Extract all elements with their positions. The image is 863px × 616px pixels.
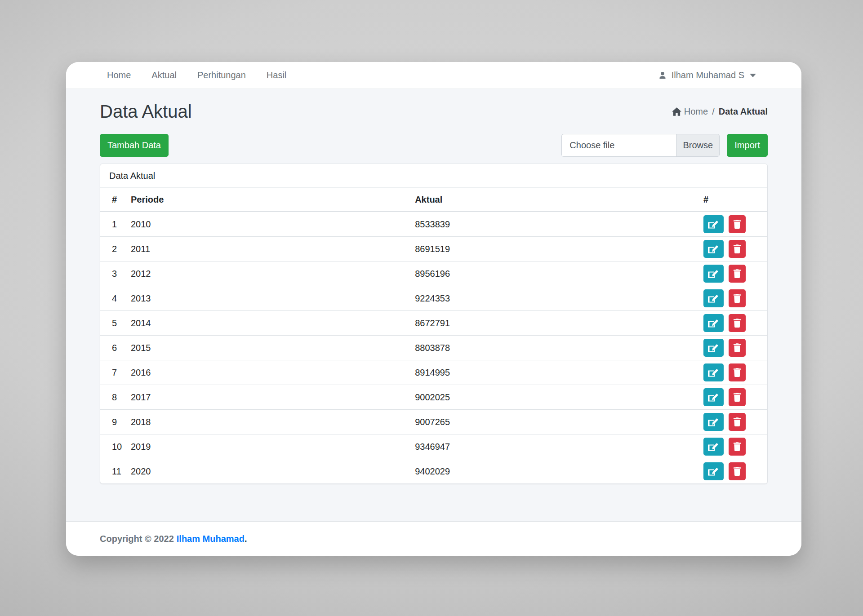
cell-actions [700, 410, 767, 434]
delete-button[interactable] [729, 413, 746, 431]
footer-author-link[interactable]: Ilham Muhamad [177, 534, 245, 544]
cell-actions [700, 212, 767, 237]
nav-item-hasil[interactable]: Hasil [256, 62, 297, 89]
cell-aktual: 8672791 [411, 311, 700, 336]
cell-aktual: 8914995 [411, 360, 700, 385]
edit-icon [708, 294, 719, 303]
delete-button[interactable] [729, 462, 746, 480]
col-header-no: # [100, 188, 127, 212]
delete-button[interactable] [729, 314, 746, 332]
card-title: Data Aktual [100, 164, 767, 188]
file-input-group: Choose file Browse [561, 134, 720, 157]
breadcrumb-divider: / [712, 106, 715, 117]
delete-button[interactable] [729, 363, 746, 381]
cell-actions [700, 261, 767, 286]
edit-button[interactable] [703, 314, 724, 332]
cell-periode: 2016 [127, 360, 411, 385]
cell-no: 10 [100, 434, 127, 459]
cell-actions [700, 360, 767, 385]
edit-icon [708, 393, 719, 402]
cell-periode: 2020 [127, 459, 411, 484]
edit-button[interactable] [703, 388, 724, 406]
home-icon [672, 107, 681, 116]
cell-aktual: 8803878 [411, 336, 700, 360]
breadcrumb: Home / Data Aktual [672, 106, 768, 117]
table-body: 1 2010 8533839 2 201 [100, 212, 767, 483]
cell-aktual: 9346947 [411, 434, 700, 459]
table-row: 6 2015 8803878 [100, 336, 767, 360]
nav-item-perhitungan[interactable]: Perhitungan [187, 62, 256, 89]
delete-button[interactable] [729, 438, 746, 456]
breadcrumb-home-label: Home [684, 106, 708, 117]
col-header-aktual: Aktual [411, 188, 700, 212]
cell-aktual: 8533839 [411, 212, 700, 237]
page-title: Data Aktual [100, 101, 192, 122]
cell-periode: 2015 [127, 336, 411, 360]
trash-icon [733, 368, 741, 377]
cell-periode: 2013 [127, 286, 411, 311]
browse-button[interactable]: Browse [676, 134, 719, 156]
trash-icon [733, 220, 741, 229]
trash-icon [733, 393, 741, 402]
delete-button[interactable] [729, 265, 746, 283]
cell-periode: 2018 [127, 410, 411, 434]
edit-button[interactable] [703, 240, 724, 258]
cell-no: 2 [100, 237, 127, 261]
user-icon [658, 71, 667, 80]
table-header-row: # Periode Aktual # [100, 188, 767, 212]
choose-file-input[interactable]: Choose file [562, 134, 676, 156]
breadcrumb-home-link[interactable]: Home [672, 106, 708, 117]
nav-item-home[interactable]: Home [97, 62, 141, 89]
cell-no: 9 [100, 410, 127, 434]
breadcrumb-current: Data Aktual [719, 106, 768, 117]
tambah-data-button[interactable]: Tambah Data [100, 134, 169, 157]
user-name: Ilham Muhamad S [672, 70, 744, 80]
edit-icon [708, 220, 719, 229]
edit-icon [708, 343, 719, 352]
content-area: Data Aktual Home / Data Aktual Tambah Da… [66, 89, 801, 521]
edit-icon [708, 244, 719, 253]
cell-aktual: 9224353 [411, 286, 700, 311]
edit-button[interactable] [703, 265, 724, 283]
trash-icon [733, 269, 741, 278]
delete-button[interactable] [729, 215, 746, 233]
table-row: 9 2018 9007265 [100, 410, 767, 434]
cell-actions [700, 286, 767, 311]
edit-icon [708, 442, 719, 451]
edit-button[interactable] [703, 462, 724, 480]
import-button[interactable]: Import [727, 134, 768, 157]
edit-button[interactable] [703, 215, 724, 233]
footer: Copyright © 2022 Ilham Muhamad. [66, 521, 801, 556]
trash-icon [733, 319, 741, 328]
edit-icon [708, 417, 719, 426]
edit-button[interactable] [703, 339, 724, 357]
trash-icon [733, 244, 741, 253]
edit-button[interactable] [703, 413, 724, 431]
edit-button[interactable] [703, 438, 724, 456]
cell-no: 8 [100, 385, 127, 410]
user-dropdown[interactable]: Ilham Muhamad S [658, 70, 768, 80]
nav-item-aktual[interactable]: Aktual [141, 62, 187, 89]
table-row: 11 2020 9402029 [100, 459, 767, 484]
cell-periode: 2019 [127, 434, 411, 459]
table-row: 7 2016 8914995 [100, 360, 767, 385]
delete-button[interactable] [729, 339, 746, 357]
cell-actions [700, 459, 767, 484]
cell-aktual: 8691519 [411, 237, 700, 261]
trash-icon [733, 294, 741, 303]
cell-no: 11 [100, 459, 127, 484]
desktop-background: Home Aktual Perhitungan Hasil Ilham Muha… [0, 0, 863, 616]
edit-button[interactable] [703, 363, 724, 381]
chevron-down-icon [750, 74, 756, 77]
cell-periode: 2011 [127, 237, 411, 261]
cell-actions [700, 336, 767, 360]
table-row: 4 2013 9224353 [100, 286, 767, 311]
cell-no: 5 [100, 311, 127, 336]
import-controls: Choose file Browse Import [561, 134, 768, 157]
edit-button[interactable] [703, 289, 724, 307]
delete-button[interactable] [729, 240, 746, 258]
cell-no: 3 [100, 261, 127, 286]
delete-button[interactable] [729, 289, 746, 307]
delete-button[interactable] [729, 388, 746, 406]
footer-copyright: Copyright © 2022 [100, 534, 174, 544]
